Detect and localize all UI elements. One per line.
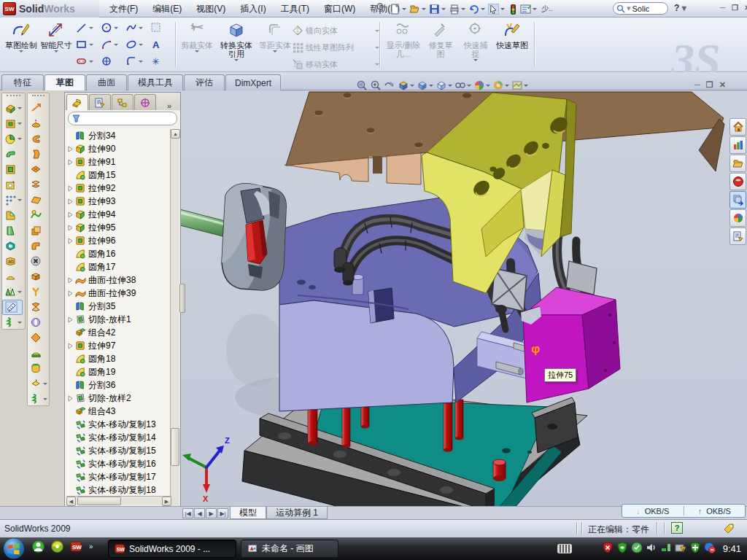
tree-item[interactable]: 圆角18 <box>66 352 170 365</box>
tree-item[interactable]: 圆角19 <box>66 365 170 378</box>
menu-4[interactable]: 工具(T) <box>274 0 317 18</box>
viewport-restore-icon[interactable]: ❐ <box>706 80 713 90</box>
hscroll-thumb[interactable] <box>77 497 121 505</box>
freeform-icon[interactable] <box>28 376 48 392</box>
hide-show-icon[interactable] <box>454 79 466 91</box>
line-icon[interactable] <box>76 22 88 34</box>
messenger-tray-icon[interactable] <box>704 542 716 553</box>
tab-模具工具[interactable]: 模具工具 <box>128 74 183 90</box>
menu-1[interactable]: 编辑(E) <box>145 0 189 18</box>
tree-filter-input[interactable] <box>68 112 177 125</box>
circle-icon[interactable] <box>101 22 113 34</box>
tree-item[interactable]: 实体-移动/复制14 <box>66 431 170 444</box>
tree-item[interactable]: 拉伸95 <box>66 221 170 234</box>
pin-icon[interactable] <box>375 3 385 15</box>
taskbar-item-solidworks[interactable]: SW SolidWorks 2009 - ... <box>108 540 236 558</box>
tree-item[interactable]: 分割36 <box>66 378 170 392</box>
tree-item[interactable]: 圆角17 <box>66 260 170 273</box>
tree-item[interactable]: 分割35 <box>66 300 170 313</box>
wrap2-icon[interactable] <box>28 162 48 177</box>
tree-item[interactable]: 拉伸96 <box>66 234 170 247</box>
tree-item[interactable]: 拉伸97 <box>66 339 170 352</box>
linear-sketch-pattern-button[interactable]: 线性草图阵列 <box>292 39 379 55</box>
display-style-icon[interactable] <box>436 79 447 91</box>
mirror-icon[interactable] <box>2 284 23 300</box>
tree-item[interactable]: 拉伸92 <box>66 182 170 195</box>
swirl-icon[interactable] <box>28 315 48 330</box>
network-tray-icon[interactable] <box>660 542 672 553</box>
linear-pattern-icon[interactable] <box>2 192 23 208</box>
spline-icon[interactable] <box>125 22 138 34</box>
print-icon[interactable] <box>449 4 460 15</box>
appearances-tab[interactable] <box>729 209 746 227</box>
quick-snaps-button[interactable]: 快速捕捉 <box>460 20 492 70</box>
design-library-tab[interactable] <box>729 136 746 154</box>
tree-horizontal-scrollbar[interactable]: ◀ ▶ <box>66 496 171 505</box>
box-icon[interactable] <box>28 269 48 284</box>
offset-entities-button[interactable]: 等距实体 <box>258 20 292 70</box>
tree-item[interactable]: 拉伸90 <box>66 142 170 155</box>
taskbar-item-paint[interactable]: 未命名 - 画图 <box>241 540 338 558</box>
boss-extrude-icon[interactable] <box>2 101 23 116</box>
move-entities-button[interactable]: 移动实体 <box>292 56 379 72</box>
viewport-minimize-icon[interactable]: ─ <box>694 80 700 90</box>
fan-icon[interactable] <box>28 300 48 315</box>
spring2-icon[interactable] <box>28 392 48 407</box>
keyboard-tray-icon[interactable] <box>557 544 572 553</box>
help-icon[interactable]: ? ▾ <box>674 3 686 13</box>
apply-scene-icon[interactable] <box>492 79 504 91</box>
previous-view-icon[interactable] <box>384 79 395 91</box>
tree-item[interactable]: 拉伸93 <box>66 195 170 208</box>
menu-0[interactable]: 文件(F) <box>102 0 145 18</box>
scroll-up-icon[interactable]: ▲ <box>171 129 180 139</box>
new-document-icon[interactable] <box>390 4 400 15</box>
intersect-icon[interactable] <box>28 177 48 192</box>
shell2-icon[interactable] <box>28 131 48 147</box>
tree-item[interactable]: 组合42 <box>66 326 170 339</box>
rectangle-icon[interactable] <box>76 39 88 51</box>
tree-item[interactable]: 实体-移动/复制15 <box>66 444 170 457</box>
extruded-cut-icon[interactable] <box>2 116 23 131</box>
tabs-overflow-chevron[interactable]: » <box>167 101 171 110</box>
edit-appearance-icon[interactable] <box>473 79 485 91</box>
security-quicklaunch-icon[interactable] <box>51 540 63 553</box>
revolve-icon[interactable] <box>2 131 23 147</box>
tab-propertymanager[interactable] <box>89 94 111 110</box>
file-explorer-tab[interactable] <box>729 155 746 172</box>
cylinder-icon[interactable] <box>28 361 48 376</box>
start-button[interactable] <box>1 537 26 560</box>
search-box[interactable]: ▾Solic <box>613 2 668 15</box>
zoom-fit-icon[interactable] <box>356 79 368 91</box>
restore-button[interactable]: ❐ <box>730 4 740 13</box>
select-arrow-icon[interactable] <box>488 4 499 15</box>
section-view-icon[interactable] <box>398 79 409 91</box>
selection-box-icon[interactable] <box>150 22 163 34</box>
draft2-icon[interactable] <box>28 101 48 116</box>
lofted-boss-icon[interactable] <box>2 162 23 177</box>
viewport-close-icon[interactable]: ✕ <box>719 80 726 90</box>
clamp-block-gray[interactable] <box>222 184 286 290</box>
repair-sketch-button[interactable]: 修复草图 <box>425 20 457 70</box>
delete-icon[interactable] <box>28 254 48 269</box>
text-icon[interactable]: A <box>150 39 163 51</box>
spring-icon[interactable] <box>2 315 23 330</box>
volume-tray-icon[interactable] <box>646 542 657 553</box>
tab-特征[interactable]: 特征 <box>1 74 44 90</box>
tree-item[interactable]: 圆角15 <box>66 168 170 182</box>
vcr-next-icon[interactable]: ▶ <box>206 508 217 518</box>
vcr-first-icon[interactable]: |◀ <box>182 508 193 518</box>
menu-5[interactable]: 窗口(W) <box>317 0 363 18</box>
measure-icon[interactable] <box>2 300 23 315</box>
tab-评估[interactable]: 评估 <box>184 74 225 90</box>
solidworks-resources-tab[interactable] <box>729 173 746 190</box>
undo-icon[interactable] <box>468 4 479 15</box>
bottom-tab-1[interactable]: 运动算例 1 <box>266 507 328 519</box>
custom-properties-tab[interactable] <box>729 228 746 245</box>
trim-entities-button[interactable]: 剪裁实体 <box>179 20 214 70</box>
messenger-quicklaunch-icon[interactable] <box>32 540 44 553</box>
pin-red-stub[interactable] <box>493 459 506 481</box>
sketch-fillet-icon[interactable] <box>125 55 138 68</box>
warning-tray-icon[interactable]: ! <box>675 542 686 553</box>
slot-icon[interactable] <box>76 55 88 68</box>
security-shield-tray-icon[interactable] <box>616 542 628 553</box>
